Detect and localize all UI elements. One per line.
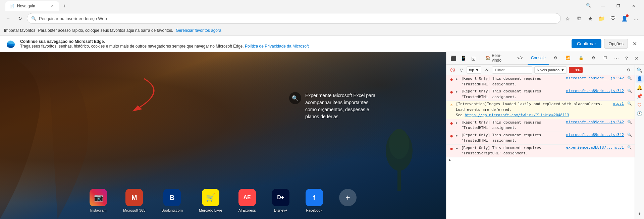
minimize-button[interactable]: — <box>595 0 610 12</box>
message-source-3[interactable]: ntp:1 <box>613 101 624 106</box>
expand-triangle-2[interactable]: ▶ <box>456 90 459 93</box>
devtools-dock-button[interactable]: ⬛ <box>449 54 458 63</box>
console-message-3: ⚠ [Intervention]Images loaded lazily and… <box>446 101 635 119</box>
expand-triangle-6[interactable]: ▶ <box>456 146 459 150</box>
error-icon-6: ● <box>449 146 454 151</box>
address-bar[interactable]: 🔍 Pesquisar ou inserir endereço Web <box>27 13 561 24</box>
expand-triangle-4[interactable]: ▶ <box>456 121 459 125</box>
message-source-5[interactable]: microsoft.ca89edc...js:342 <box>566 133 624 137</box>
context-selector[interactable]: top ▼ <box>467 66 481 74</box>
error-count-badge: ● 99+ <box>569 67 583 73</box>
expand-triangle-1[interactable]: ▶ <box>456 77 459 81</box>
more-options-icon[interactable]: … <box>631 13 641 24</box>
quick-link-mercadolivre[interactable]: 🛒 Mercado Livre <box>199 189 222 212</box>
search-icon-2[interactable]: 🔍 <box>627 89 632 93</box>
split-screen-icon[interactable]: ⧉ <box>574 13 584 24</box>
devtools-more-button[interactable]: ⋯ <box>612 54 621 63</box>
devtools-shield-sidebar[interactable]: 🛡 <box>636 101 644 109</box>
intervention-link[interactable]: https://go.microsoft.com/fwlink/?linkid=… <box>465 113 569 117</box>
mercadolivre-icon: 🛒 <box>202 189 219 206</box>
devtools-emulation-button[interactable]: 📱 <box>459 54 468 63</box>
devtools-notification-sidebar[interactable]: 🔔 <box>636 83 644 91</box>
console-message-2: ● ▶ [Report Only] This document requires… <box>446 88 635 101</box>
quick-link-instagram[interactable]: 📷 Instagram <box>90 189 107 212</box>
new-tab-button[interactable]: + <box>60 1 69 11</box>
options-button[interactable]: Opções <box>604 39 628 49</box>
quick-link-aliexpress[interactable]: AE AliExpress <box>238 189 256 212</box>
devtools-sidebar: 🔍 👤 🔔 📌 🛡 🕑 + <box>635 65 644 219</box>
message-text-3: [Intervention]Images loaded lazily and r… <box>456 101 608 118</box>
tab-welcome[interactable]: 🏠 Bem-vindo <box>482 52 512 65</box>
booking-label: Booking.com <box>161 208 183 212</box>
message-source-6[interactable]: experience.a3b8f87...js:31 <box>566 145 624 150</box>
eye-button[interactable]: 👁 <box>483 67 490 73</box>
devtools-panel: ⬛ 📱 ◱ 🏠 Bem-vindo </> Console ⚙ 📶 🔒 ⚙ <box>446 52 644 219</box>
devtools-add-sidebar[interactable]: + <box>636 210 644 218</box>
devtools-search-sidebar[interactable]: 🔍 <box>636 66 644 74</box>
quick-link-add[interactable]: + <box>339 189 357 212</box>
privacy-policy-link[interactable]: Política de Privacidade da Microsoft <box>245 44 309 49</box>
devtools-inspect-button[interactable]: ◱ <box>469 54 478 63</box>
browser-essentials-icon[interactable]: 🛡 <box>608 13 619 24</box>
svg-point-3 <box>389 129 409 159</box>
tab-elements[interactable]: </> <box>514 52 526 65</box>
reload-button[interactable]: ↻ <box>15 13 25 24</box>
profile-icon[interactable]: 👤 <box>619 13 630 24</box>
levels-select[interactable]: Níveis padrão ▼ <box>534 66 567 74</box>
devtools-history-sidebar[interactable]: 🕑 <box>636 110 644 118</box>
maximize-button[interactable]: ❐ <box>610 0 626 12</box>
search-icon-3[interactable]: 🔍 <box>627 101 632 106</box>
welcome-label: Bem-vindo <box>492 53 509 63</box>
manage-favorites-link[interactable]: Gerenciar favoritos agora <box>176 28 221 33</box>
promo-card: 🔍 Experimente Microsoft Excel para acomp… <box>289 92 379 120</box>
search-icon-6[interactable]: 🔍 <box>627 145 632 150</box>
collections-icon[interactable]: 📁 <box>596 13 607 24</box>
home-icon: 🏠 <box>485 56 490 60</box>
filter-toggle-button[interactable]: ▽ <box>458 67 465 73</box>
quick-link-facebook[interactable]: f Facebook <box>306 189 323 212</box>
message-source-4[interactable]: microsoft.ca89edc...js:342 <box>566 120 624 124</box>
favorites-star-icon[interactable]: ★ <box>585 13 596 24</box>
tab-network[interactable]: 📶 <box>562 52 574 65</box>
banner-close-button[interactable]: ✕ <box>631 40 639 48</box>
tab-memory[interactable]: ⚙ <box>588 52 599 65</box>
import-favorites[interactable]: Importar favoritos <box>4 28 35 33</box>
quick-link-disney[interactable]: D+ Disney+ <box>272 189 289 212</box>
aliexpress-label: AliExpress <box>238 208 256 212</box>
devtools-profile-sidebar[interactable]: 👤 <box>636 75 644 83</box>
migration-banner: Continue sua navegação no Microsoft Edge… <box>0 36 644 52</box>
ms365-icon: M <box>125 189 143 206</box>
error-icon-5: ● <box>449 134 454 138</box>
quick-link-booking[interactable]: B Booking.com <box>161 189 183 212</box>
message-source-1[interactable]: microsoft.ca89edc...js:342 <box>566 76 624 80</box>
tab-sources[interactable]: ⚙ <box>550 52 561 65</box>
tab-close-button[interactable]: ✕ <box>50 3 55 9</box>
search-icon-4[interactable]: 🔍 <box>627 120 632 124</box>
search-icon: 🔍 <box>31 16 36 21</box>
browser-viewport: ⋮⋮⋮ Microsoft Start <box>0 52 446 219</box>
tab-console[interactable]: Console <box>528 52 549 65</box>
search-icon-1[interactable]: 🔍 <box>627 76 632 80</box>
devtools-help-button[interactable]: ? <box>622 54 631 63</box>
browser-tab-active[interactable]: 📄 Nova guia ✕ <box>5 1 59 11</box>
devtools-close-button[interactable]: ✕ <box>632 54 641 63</box>
devtools-pin-sidebar[interactable]: 📌 <box>636 92 644 100</box>
clear-console-button[interactable]: 🚫 <box>449 67 456 73</box>
quick-link-ms365[interactable]: M Microsoft 365 <box>123 189 145 212</box>
tab-performance[interactable]: 🔒 <box>575 52 587 65</box>
message-source-2[interactable]: microsoft.ca89edc...js:342 <box>566 89 624 93</box>
confirm-button[interactable]: Confirmar <box>572 39 601 48</box>
console-settings-button[interactable]: ⚙ <box>625 67 632 73</box>
tab-application[interactable]: ☐ <box>600 52 610 65</box>
error-icon-1: ● <box>449 77 454 82</box>
search-tab-button[interactable]: 🔍 <box>583 0 594 11</box>
error-icon-2: ● <box>449 90 454 94</box>
filter-input[interactable] <box>492 66 532 74</box>
expand-section[interactable]: ▶ <box>446 157 635 162</box>
console-toolbar: 🚫 ▽ top ▼ 👁 Níveis padrão ▼ <box>446 65 635 75</box>
search-icon-5[interactable]: 🔍 <box>627 133 632 137</box>
back-button[interactable]: ← <box>3 13 13 24</box>
close-button[interactable]: ✕ <box>626 0 641 12</box>
expand-triangle-5[interactable]: ▶ <box>456 134 459 137</box>
favorites-icon[interactable]: ☆ <box>562 13 573 24</box>
